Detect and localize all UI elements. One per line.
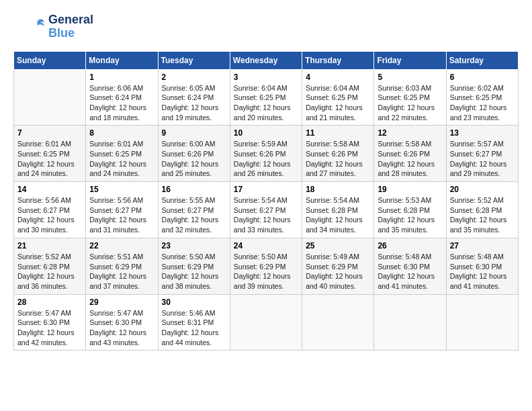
calendar-cell: 27Sunrise: 5:48 AMSunset: 6:30 PMDayligh… <box>446 238 518 294</box>
calendar-cell: 12Sunrise: 5:58 AMSunset: 6:26 PMDayligh… <box>374 126 446 182</box>
day-number: 19 <box>378 185 442 194</box>
calendar-cell: 8Sunrise: 6:01 AMSunset: 6:25 PMDaylight… <box>86 126 158 182</box>
day-number: 30 <box>162 298 226 307</box>
day-info: Sunrise: 6:04 AMSunset: 6:25 PMDaylight:… <box>306 83 370 123</box>
day-info: Sunrise: 5:52 AMSunset: 6:28 PMDaylight:… <box>450 195 515 235</box>
day-number: 2 <box>162 73 226 82</box>
day-number: 16 <box>162 185 226 194</box>
day-info: Sunrise: 5:46 AMSunset: 6:31 PMDaylight:… <box>162 308 226 348</box>
day-info: Sunrise: 5:54 AMSunset: 6:28 PMDaylight:… <box>306 195 370 235</box>
day-info: Sunrise: 6:06 AMSunset: 6:24 PMDaylight:… <box>89 83 154 123</box>
logo-general: General <box>48 13 93 27</box>
day-info: Sunrise: 5:47 AMSunset: 6:30 PMDaylight:… <box>17 308 82 348</box>
page-header: GeneralBlue <box>13 13 519 40</box>
calendar-cell: 17Sunrise: 5:54 AMSunset: 6:27 PMDayligh… <box>230 182 302 238</box>
logo-text: GeneralBlue <box>48 13 93 40</box>
day-number: 25 <box>306 241 370 250</box>
day-number: 10 <box>234 128 298 138</box>
day-info: Sunrise: 5:49 AMSunset: 6:29 PMDaylight:… <box>306 252 370 291</box>
day-info: Sunrise: 5:47 AMSunset: 6:30 PMDaylight:… <box>89 308 154 348</box>
col-header-monday: Monday <box>86 51 158 69</box>
calendar-cell <box>302 294 374 351</box>
calendar-cell: 2Sunrise: 6:05 AMSunset: 6:24 PMDaylight… <box>158 69 230 126</box>
calendar-cell <box>14 69 86 126</box>
calendar-week-5: 28Sunrise: 5:47 AMSunset: 6:30 PMDayligh… <box>14 294 519 351</box>
calendar-cell: 11Sunrise: 5:58 AMSunset: 6:26 PMDayligh… <box>302 126 374 182</box>
day-info: Sunrise: 6:05 AMSunset: 6:24 PMDaylight:… <box>162 83 226 123</box>
day-number: 26 <box>378 241 442 250</box>
calendar-cell: 25Sunrise: 5:49 AMSunset: 6:29 PMDayligh… <box>302 238 374 294</box>
calendar-week-2: 7Sunrise: 6:01 AMSunset: 6:25 PMDaylight… <box>14 126 519 182</box>
calendar-cell: 18Sunrise: 5:54 AMSunset: 6:28 PMDayligh… <box>302 182 374 238</box>
day-info: Sunrise: 6:00 AMSunset: 6:26 PMDaylight:… <box>162 139 226 179</box>
col-header-friday: Friday <box>374 51 446 69</box>
day-info: Sunrise: 5:59 AMSunset: 6:26 PMDaylight:… <box>234 139 298 179</box>
calendar-cell: 22Sunrise: 5:51 AMSunset: 6:29 PMDayligh… <box>86 238 158 294</box>
calendar-cell: 6Sunrise: 6:02 AMSunset: 6:25 PMDaylight… <box>446 69 518 126</box>
day-number: 3 <box>234 73 298 82</box>
day-number: 22 <box>89 241 154 250</box>
day-number: 14 <box>17 185 82 194</box>
day-number: 8 <box>89 128 154 138</box>
calendar-cell: 28Sunrise: 5:47 AMSunset: 6:30 PMDayligh… <box>14 294 86 351</box>
day-info: Sunrise: 6:01 AMSunset: 6:25 PMDaylight:… <box>89 139 154 179</box>
calendar-cell: 29Sunrise: 5:47 AMSunset: 6:30 PMDayligh… <box>86 294 158 351</box>
calendar-cell: 10Sunrise: 5:59 AMSunset: 6:26 PMDayligh… <box>230 126 302 182</box>
calendar-cell: 16Sunrise: 5:55 AMSunset: 6:27 PMDayligh… <box>158 182 230 238</box>
day-info: Sunrise: 6:01 AMSunset: 6:25 PMDaylight:… <box>17 139 82 179</box>
day-number: 28 <box>17 298 82 307</box>
calendar-cell: 21Sunrise: 5:52 AMSunset: 6:28 PMDayligh… <box>14 238 86 294</box>
day-info: Sunrise: 5:53 AMSunset: 6:28 PMDaylight:… <box>378 195 442 235</box>
day-info: Sunrise: 5:48 AMSunset: 6:30 PMDaylight:… <box>378 252 442 291</box>
calendar-cell: 26Sunrise: 5:48 AMSunset: 6:30 PMDayligh… <box>374 238 446 294</box>
calendar-cell: 30Sunrise: 5:46 AMSunset: 6:31 PMDayligh… <box>158 294 230 351</box>
calendar-cell: 5Sunrise: 6:03 AMSunset: 6:25 PMDaylight… <box>374 69 446 126</box>
day-number: 11 <box>306 128 370 138</box>
day-info: Sunrise: 6:03 AMSunset: 6:25 PMDaylight:… <box>378 83 442 123</box>
calendar-cell: 20Sunrise: 5:52 AMSunset: 6:28 PMDayligh… <box>446 182 518 238</box>
calendar-table: SundayMondayTuesdayWednesdayThursdayFrid… <box>13 51 519 351</box>
day-info: Sunrise: 5:50 AMSunset: 6:29 PMDaylight:… <box>162 252 226 291</box>
calendar-header-row: SundayMondayTuesdayWednesdayThursdayFrid… <box>14 51 519 69</box>
day-info: Sunrise: 6:04 AMSunset: 6:25 PMDaylight:… <box>234 83 298 123</box>
day-info: Sunrise: 6:02 AMSunset: 6:25 PMDaylight:… <box>450 83 515 123</box>
day-number: 7 <box>17 128 82 138</box>
col-header-wednesday: Wednesday <box>230 51 302 69</box>
calendar-cell: 13Sunrise: 5:57 AMSunset: 6:27 PMDayligh… <box>446 126 518 182</box>
day-number: 5 <box>378 73 442 82</box>
day-info: Sunrise: 5:58 AMSunset: 6:26 PMDaylight:… <box>378 139 442 179</box>
day-info: Sunrise: 5:57 AMSunset: 6:27 PMDaylight:… <box>450 139 515 179</box>
logo: GeneralBlue <box>13 13 93 40</box>
day-info: Sunrise: 5:56 AMSunset: 6:27 PMDaylight:… <box>89 195 154 235</box>
calendar-cell: 19Sunrise: 5:53 AMSunset: 6:28 PMDayligh… <box>374 182 446 238</box>
day-info: Sunrise: 5:48 AMSunset: 6:30 PMDaylight:… <box>450 252 515 291</box>
day-info: Sunrise: 5:51 AMSunset: 6:29 PMDaylight:… <box>89 252 154 291</box>
day-number: 9 <box>162 128 226 138</box>
day-number: 29 <box>89 298 154 307</box>
calendar-cell: 4Sunrise: 6:04 AMSunset: 6:25 PMDaylight… <box>302 69 374 126</box>
logo-svg <box>13 17 47 37</box>
day-number: 23 <box>162 241 226 250</box>
day-info: Sunrise: 5:58 AMSunset: 6:26 PMDaylight:… <box>306 139 370 179</box>
col-header-sunday: Sunday <box>14 51 86 69</box>
day-number: 17 <box>234 185 298 194</box>
day-number: 27 <box>450 241 515 250</box>
calendar-cell: 23Sunrise: 5:50 AMSunset: 6:29 PMDayligh… <box>158 238 230 294</box>
day-number: 12 <box>378 128 442 138</box>
calendar-cell <box>230 294 302 351</box>
day-info: Sunrise: 5:54 AMSunset: 6:27 PMDaylight:… <box>234 195 298 235</box>
calendar-week-3: 14Sunrise: 5:56 AMSunset: 6:27 PMDayligh… <box>14 182 519 238</box>
calendar-cell: 24Sunrise: 5:50 AMSunset: 6:29 PMDayligh… <box>230 238 302 294</box>
day-info: Sunrise: 5:55 AMSunset: 6:27 PMDaylight:… <box>162 195 226 235</box>
day-number: 18 <box>306 185 370 194</box>
day-number: 21 <box>17 241 82 250</box>
calendar-cell <box>374 294 446 351</box>
calendar-cell: 3Sunrise: 6:04 AMSunset: 6:25 PMDaylight… <box>230 69 302 126</box>
calendar-cell: 7Sunrise: 6:01 AMSunset: 6:25 PMDaylight… <box>14 126 86 182</box>
day-info: Sunrise: 5:56 AMSunset: 6:27 PMDaylight:… <box>17 195 82 235</box>
day-info: Sunrise: 5:50 AMSunset: 6:29 PMDaylight:… <box>234 252 298 291</box>
col-header-thursday: Thursday <box>302 51 374 69</box>
calendar-cell: 15Sunrise: 5:56 AMSunset: 6:27 PMDayligh… <box>86 182 158 238</box>
day-number: 15 <box>89 185 154 194</box>
day-number: 24 <box>234 241 298 250</box>
